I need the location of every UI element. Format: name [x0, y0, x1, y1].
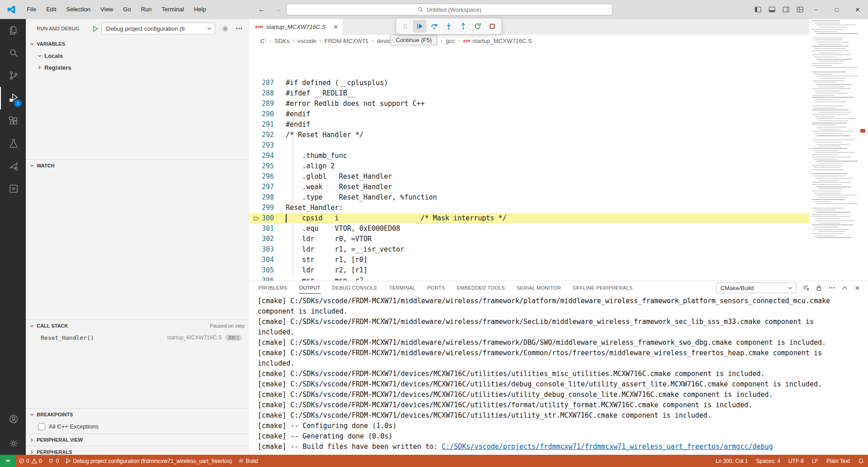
testing-icon[interactable]: [0, 132, 26, 155]
menu-terminal[interactable]: Terminal: [157, 3, 189, 16]
maximize-panel-icon[interactable]: [841, 285, 848, 291]
nav-back-icon[interactable]: ←: [258, 5, 265, 14]
panel-tab-serial-monitor[interactable]: SERIAL MONITOR: [516, 282, 561, 293]
mcuxpresso-icon[interactable]: [0, 155, 26, 177]
breadcrumb-item[interactable]: vscode: [297, 38, 316, 44]
debug-settings-gear-icon[interactable]: [221, 25, 229, 33]
toolbar-drag-handle[interactable]: [398, 20, 412, 33]
code-row[interactable]: 290#endif: [249, 109, 809, 119]
line-number[interactable]: 293: [249, 140, 286, 151]
code-row[interactable]: 288#ifdef __REDLIB__: [249, 88, 809, 99]
settings-gear-icon[interactable]: [0, 432, 26, 455]
code-row[interactable]: 287#if defined (__cplusplus): [249, 78, 809, 88]
breadcrumb-item[interactable]: SDKs: [274, 38, 289, 44]
debug-configuration-status[interactable]: Debug project configuration (frdmmcxw71_…: [62, 455, 235, 467]
lock-scroll-icon[interactable]: [815, 285, 822, 291]
views-more-actions-icon[interactable]: [235, 25, 243, 32]
toggle-sidebar-icon[interactable]: [754, 6, 762, 13]
line-number[interactable]: 289: [249, 99, 286, 109]
code-row[interactable]: 298 .type Reset_Handler, %function: [249, 192, 809, 203]
ports-status[interactable]: 0: [45, 455, 62, 467]
extensions-icon[interactable]: [0, 110, 26, 132]
continue-button[interactable]: [413, 20, 427, 33]
menu-edit[interactable]: Edit: [41, 3, 61, 16]
menu-selection[interactable]: Selection: [61, 3, 95, 16]
close-button[interactable]: ✕: [847, 0, 868, 19]
line-number[interactable]: 302: [249, 234, 286, 244]
tab-close-icon[interactable]: ✕: [333, 24, 338, 30]
problems-status[interactable]: 0 0: [15, 455, 45, 467]
code-row[interactable]: 295 .align 2: [249, 161, 809, 172]
panel-tab-problems[interactable]: PROBLEMS: [258, 282, 288, 293]
code-row[interactable]: 293: [249, 140, 809, 151]
panel-tab-ports[interactable]: PORTS: [427, 282, 445, 293]
variables-section-header[interactable]: VARIABLES: [26, 38, 248, 50]
line-number[interactable]: 298: [249, 192, 286, 203]
exceptions-checkbox[interactable]: [38, 423, 45, 430]
line-number[interactable]: 297: [249, 182, 286, 192]
line-number[interactable]: 305: [249, 265, 286, 276]
start-debug-icon[interactable]: [92, 25, 99, 32]
step-over-button[interactable]: [427, 20, 441, 33]
line-number[interactable]: 291: [249, 119, 286, 130]
code-row[interactable]: 289#error Redlib does not support C++: [249, 99, 809, 109]
code-row[interactable]: 296 .globl Reset_Handler: [249, 172, 809, 182]
debug-configuration-select[interactable]: Debug project configuration (fr: [101, 23, 215, 34]
run-and-debug-icon[interactable]: 1: [0, 87, 26, 110]
notifications-bell-icon[interactable]: [854, 455, 868, 467]
minimize-button[interactable]: −: [806, 0, 826, 19]
peripheral-view-section-header[interactable]: PERIPHERAL VIEW: [26, 434, 248, 446]
output-log[interactable]: [cmake] C:/SDKs/vscode/FRDM-MCXW71/middl…: [258, 296, 852, 452]
menu-help[interactable]: Help: [189, 3, 211, 16]
stop-button[interactable]: [485, 20, 499, 33]
breakpoints-section-header[interactable]: BREAKPOINTS: [26, 409, 248, 420]
clear-output-icon[interactable]: [802, 284, 810, 291]
remote-indicator[interactable]: ><: [0, 455, 15, 467]
eol-status[interactable]: LF: [808, 455, 822, 467]
line-number[interactable]: 288: [249, 88, 286, 99]
code-row[interactable]: 303 ldr r1, =__isr_vector: [249, 244, 809, 255]
panel-more-actions-icon[interactable]: [828, 284, 835, 291]
menu-run[interactable]: Run: [136, 3, 157, 16]
output-channel-select[interactable]: CMake/Build: [716, 282, 796, 293]
toggle-secondary-sidebar-icon[interactable]: [782, 6, 790, 13]
panel-tab-terminal[interactable]: TERMINAL: [388, 282, 416, 293]
toggle-panel-icon[interactable]: [768, 6, 776, 13]
watch-section-header[interactable]: WATCH: [26, 160, 248, 172]
line-number[interactable]: 287: [249, 78, 286, 88]
line-number[interactable]: 301: [249, 224, 286, 234]
minimap[interactable]: [809, 19, 858, 281]
code-row[interactable]: 304 str r1, [r0]: [249, 255, 809, 265]
accounts-icon[interactable]: [0, 408, 26, 430]
breadcrumb-file[interactable]: startup_MCXW716C.S: [472, 38, 532, 44]
x-extension-icon[interactable]: [0, 177, 26, 200]
stack-frame-row[interactable]: Reset_Handler() startup_MCXW716C.S 300:1: [26, 332, 248, 343]
code-row[interactable]: 292/* Reset Handler */: [249, 130, 809, 140]
source-control-icon[interactable]: [0, 64, 26, 87]
code-row[interactable]: 291#endif: [249, 119, 809, 130]
line-col-status[interactable]: Ln 300, Col 1: [711, 455, 752, 467]
panel-tab-offline-peripherals[interactable]: OFFLINE PERIPHERALS: [572, 282, 633, 293]
output-link[interactable]: C:/SDKs/vscode/projects/frdmmcxw71/frdmm…: [441, 443, 773, 451]
restart-button[interactable]: [471, 20, 484, 33]
editor-scrollbar[interactable]: [858, 19, 868, 281]
line-number[interactable]: 299: [249, 203, 286, 213]
breadcrumb-item[interactable]: FRDM-MCXW71: [324, 38, 369, 44]
code-editor[interactable]: 287#if defined (__cplusplus)288#ifdef __…: [249, 47, 809, 281]
menu-go[interactable]: Go: [118, 3, 136, 16]
close-panel-icon[interactable]: [854, 285, 861, 291]
panel-tab-output[interactable]: OUTPUT: [299, 282, 321, 294]
menu-view[interactable]: View: [96, 3, 118, 16]
code-row[interactable]: 300 cpsid i /* Mask interrupts */: [249, 213, 809, 224]
encoding-status[interactable]: UTF-8: [784, 455, 808, 467]
panel-tab-embedded-tools[interactable]: EMBEDDED TOOLS: [456, 282, 506, 293]
search-icon[interactable]: [0, 42, 26, 64]
code-row[interactable]: 305 ldr r2, [r1]: [249, 265, 809, 276]
indentation-status[interactable]: Spaces: 4: [752, 455, 784, 467]
line-number[interactable]: 303: [249, 244, 286, 255]
breadcrumb-item[interactable]: C:: [260, 38, 266, 44]
code-row[interactable]: 299Reset_Handler:: [249, 203, 809, 213]
step-into-button[interactable]: [442, 20, 456, 33]
customize-layout-icon[interactable]: [796, 6, 804, 13]
maximize-button[interactable]: □: [826, 0, 847, 19]
